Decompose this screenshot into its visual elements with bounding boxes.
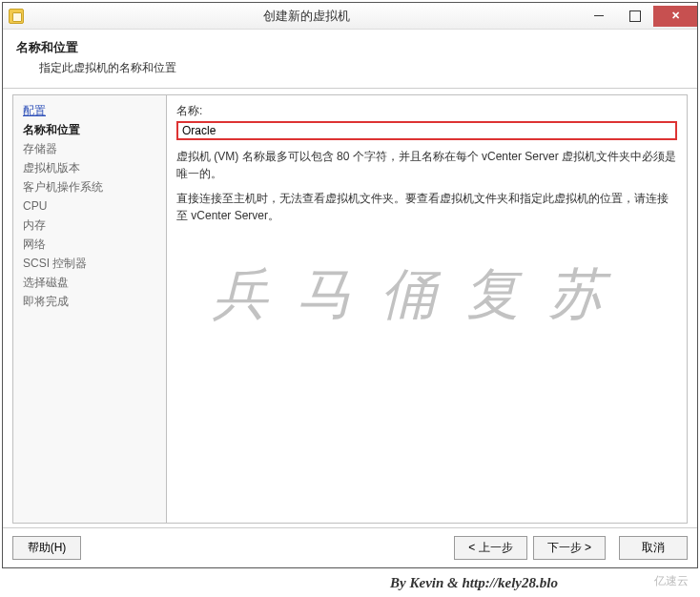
sidebar-item-scsi[interactable]: SCSI 控制器 bbox=[23, 254, 156, 273]
name-label: 名称: bbox=[176, 103, 677, 119]
sidebar-item-network[interactable]: 网络 bbox=[23, 235, 156, 254]
sidebar-item-memory[interactable]: 内存 bbox=[23, 216, 156, 235]
corner-logo: 亿速云 bbox=[649, 571, 694, 591]
sidebar-item-select-disk[interactable]: 选择磁盘 bbox=[23, 273, 156, 292]
minimize-button[interactable] bbox=[581, 6, 617, 27]
sidebar-item-cpu[interactable]: CPU bbox=[23, 196, 156, 216]
content-panel: 名称: 虚拟机 (VM) 名称最多可以包含 80 个字符，并且名称在每个 vCe… bbox=[167, 94, 688, 524]
wizard-step-list: 配置 名称和位置 存储器 虚拟机版本 客户机操作系统 CPU 内存 网络 SCS… bbox=[13, 95, 166, 317]
page-title: 名称和位置 bbox=[16, 39, 684, 56]
body: 配置 名称和位置 存储器 虚拟机版本 客户机操作系统 CPU 内存 网络 SCS… bbox=[3, 89, 697, 527]
wizard-sidebar: 配置 名称和位置 存储器 虚拟机版本 客户机操作系统 CPU 内存 网络 SCS… bbox=[12, 94, 167, 524]
nav-button-group: < 上一步 下一步 > bbox=[454, 536, 606, 560]
hint-text-1: 虚拟机 (VM) 名称最多可以包含 80 个字符，并且名称在每个 vCenter… bbox=[176, 148, 677, 182]
image-caption: By Kevin & http://kely28.blo bbox=[0, 575, 700, 591]
sidebar-item-guest-os[interactable]: 客户机操作系统 bbox=[23, 177, 156, 196]
window-title: 创建新的虚拟机 bbox=[31, 8, 581, 25]
page-subtitle: 指定此虚拟机的名称和位置 bbox=[16, 60, 684, 76]
sidebar-item-storage[interactable]: 存储器 bbox=[23, 139, 156, 158]
close-button[interactable] bbox=[653, 6, 697, 27]
hint-text-2: 直接连接至主机时，无法查看虚拟机文件夹。要查看虚拟机文件夹和指定此虚拟机的位置，… bbox=[176, 190, 677, 224]
help-button[interactable]: 帮助(H) bbox=[12, 536, 81, 560]
sidebar-item-name-location[interactable]: 名称和位置 bbox=[23, 120, 156, 139]
footer: 帮助(H) < 上一步 下一步 > 取消 bbox=[3, 527, 697, 567]
vm-name-input[interactable] bbox=[176, 121, 677, 140]
next-button[interactable]: 下一步 > bbox=[533, 536, 606, 560]
cancel-button[interactable]: 取消 bbox=[619, 536, 688, 560]
app-icon bbox=[9, 9, 24, 24]
header-panel: 名称和位置 指定此虚拟机的名称和位置 bbox=[3, 30, 697, 89]
watermark-text: 兵马俑复苏 bbox=[157, 257, 687, 332]
maximize-button[interactable] bbox=[617, 6, 653, 27]
sidebar-item-config[interactable]: 配置 bbox=[23, 101, 156, 120]
window-controls bbox=[581, 6, 697, 27]
sidebar-item-ready[interactable]: 即将完成 bbox=[23, 292, 156, 311]
dialog-window: 创建新的虚拟机 名称和位置 指定此虚拟机的名称和位置 配置 名称和位置 存储器 … bbox=[2, 2, 698, 568]
back-button[interactable]: < 上一步 bbox=[454, 536, 526, 560]
sidebar-item-vm-version[interactable]: 虚拟机版本 bbox=[23, 158, 156, 177]
titlebar: 创建新的虚拟机 bbox=[3, 3, 697, 30]
